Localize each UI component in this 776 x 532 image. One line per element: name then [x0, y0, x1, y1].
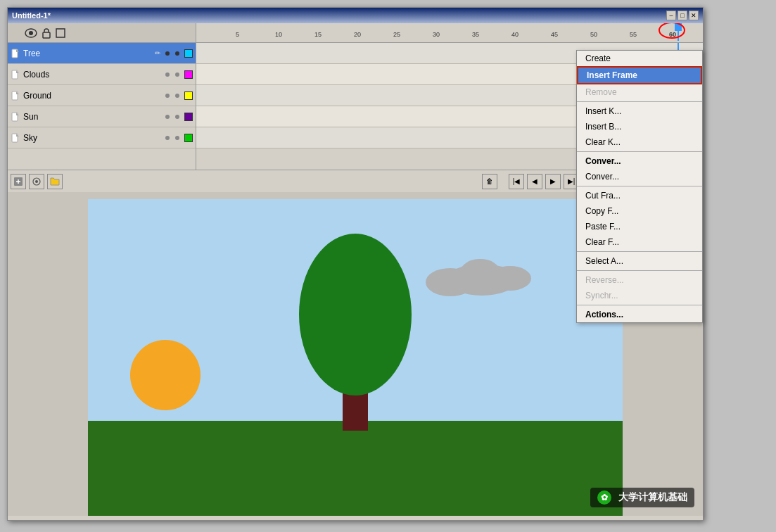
context-sep-1: [577, 101, 702, 102]
motion-guide-button[interactable]: [29, 174, 44, 189]
context-sep-6: [577, 305, 702, 305]
context-actions[interactable]: Actions...: [577, 307, 702, 322]
context-paste-frame[interactable]: Paste F...: [577, 219, 702, 234]
context-sep-5: [577, 270, 702, 271]
scene-ground: [88, 421, 623, 516]
layer-dot-s1: [165, 115, 170, 119]
context-insert-blank[interactable]: Insert B...: [577, 119, 702, 134]
lock-icon: [42, 27, 51, 39]
ruler-40: 40: [511, 31, 519, 38]
first-frame-button[interactable]: |◀: [509, 174, 524, 189]
layer-header: [8, 23, 196, 43]
layer-row-tree[interactable]: Tree ✏: [8, 43, 196, 64]
svg-point-1: [29, 31, 33, 35]
layer-dot-sky1: [165, 136, 170, 140]
frames-ruler: 5 10 15 20 25 30 35 40 45 50 55 60: [196, 23, 703, 43]
delete-layer-button[interactable]: 🗑: [482, 174, 497, 189]
layer-row-ground[interactable]: Ground: [8, 85, 196, 106]
context-remove: Remove: [577, 84, 702, 100]
layer-color-clouds: [184, 70, 193, 79]
svg-rect-3: [56, 29, 65, 37]
close-button[interactable]: ✕: [689, 11, 699, 20]
folder-button[interactable]: [47, 174, 63, 189]
layer-dot-c1: [165, 72, 170, 77]
play-button[interactable]: ▶: [545, 174, 561, 189]
context-create[interactable]: Create: [577, 51, 702, 66]
window-title: Untitled-1*: [12, 11, 51, 20]
context-menu: Create Insert Frame Remove Insert K... I…: [576, 50, 703, 323]
layer-panel: Tree ✏ Clouds: [8, 23, 196, 170]
playhead-ruler-line: [678, 31, 679, 41]
scene-tree-top: [299, 234, 412, 395]
layer-file-icon-4: [11, 112, 20, 122]
prev-frame-button[interactable]: ◀: [527, 174, 542, 189]
ruler-15: 15: [314, 31, 322, 38]
layer-color-ground: [184, 91, 193, 100]
layer-dot-2: [175, 51, 179, 56]
layer-row-clouds[interactable]: Clouds: [8, 64, 196, 85]
watermark-text: 大学计算机基础: [618, 491, 687, 502]
ruler-25: 25: [393, 31, 400, 38]
title-bar-buttons: – □ ✕: [666, 11, 699, 20]
context-clear-frame[interactable]: Clear F...: [577, 234, 702, 250]
layer-color-sun: [184, 113, 193, 121]
layer-dot-sky2: [175, 136, 179, 140]
context-sep-4: [577, 251, 702, 252]
layer-file-icon-3: [11, 91, 20, 101]
cloud-top: [461, 259, 500, 284]
layer-file-icon: [11, 49, 20, 58]
context-synch: Synchr...: [577, 288, 702, 303]
layer-name-ground: Ground: [23, 91, 163, 101]
layer-dot-s2: [175, 115, 179, 119]
layer-color-sky: [184, 134, 193, 142]
ruler-35: 35: [472, 31, 479, 38]
context-reverse: Reverse...: [577, 272, 702, 288]
context-insert-frame[interactable]: Insert Frame: [577, 66, 702, 84]
svg-rect-2: [43, 32, 50, 38]
ruler-45: 45: [551, 31, 558, 38]
title-bar: Untitled-1* – □ ✕: [8, 8, 703, 23]
main-window: Untitled-1* – □ ✕: [7, 7, 704, 521]
ruler-50: 50: [590, 31, 597, 38]
context-convert2[interactable]: Conver...: [577, 169, 702, 184]
layer-row-sky[interactable]: Sky: [8, 127, 196, 148]
maximize-button[interactable]: □: [678, 11, 687, 20]
context-sep-3: [577, 186, 702, 186]
layer-dot-c2: [175, 72, 179, 77]
layer-dot-1: [165, 51, 170, 56]
layer-name-tree: Tree: [23, 49, 155, 58]
layer-name-clouds: Clouds: [23, 70, 163, 80]
playhead-head: [675, 23, 682, 31]
context-sep-2: [577, 151, 702, 152]
ruler-5: 5: [236, 31, 239, 38]
layer-dot-g1: [165, 94, 170, 98]
layer-name-sky: Sky: [23, 133, 163, 143]
eye-icon: [25, 28, 37, 38]
wechat-icon: ✿: [597, 490, 611, 505]
scene-sun: [130, 340, 201, 410]
ruler-20: 20: [354, 31, 361, 38]
context-insert-kf[interactable]: Insert K...: [577, 103, 702, 119]
context-copy-frame[interactable]: Copy F...: [577, 203, 702, 219]
cloud-shape: [426, 255, 538, 294]
watermark: ✿ 大学计算机基础: [590, 488, 694, 507]
context-select-all[interactable]: Select A...: [577, 253, 702, 269]
edit-pencil-icon: ✏: [155, 49, 160, 57]
context-clear-k[interactable]: Clear K...: [577, 134, 702, 150]
layer-color-tree: [184, 49, 193, 58]
add-layer-button[interactable]: [11, 174, 26, 189]
layer-row-sun[interactable]: Sun: [8, 106, 196, 127]
svg-point-11: [35, 180, 38, 183]
ruler-55: 55: [630, 31, 637, 38]
ruler-60: 60: [669, 31, 676, 38]
ruler-10: 10: [275, 31, 282, 38]
square-icon: [56, 28, 65, 38]
layer-file-icon-5: [11, 133, 20, 143]
layer-file-icon-2: [11, 70, 20, 80]
scene-canvas: [88, 199, 623, 516]
minimize-button[interactable]: –: [666, 11, 676, 20]
context-cut-frame[interactable]: Cut Fra...: [577, 188, 702, 203]
context-convert1[interactable]: Conver...: [577, 153, 702, 169]
layer-dot-g2: [175, 94, 179, 98]
layer-name-sun: Sun: [23, 112, 163, 122]
